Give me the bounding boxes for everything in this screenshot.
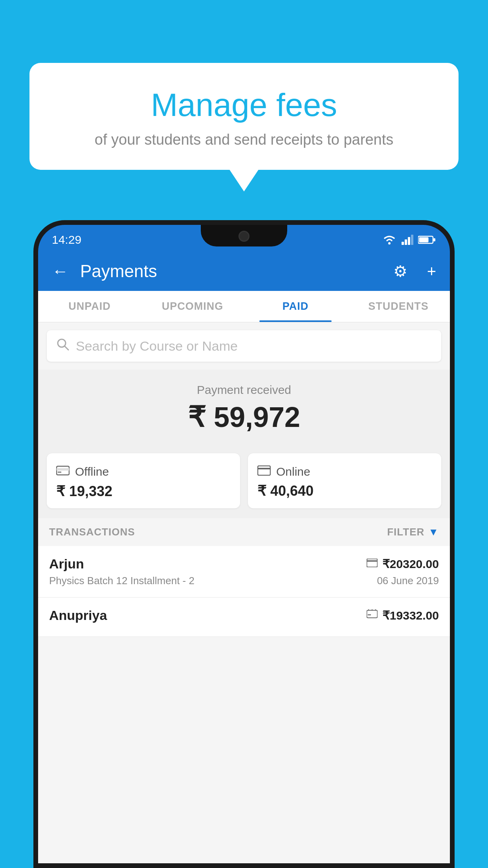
svg-line-9	[64, 346, 68, 350]
online-icon	[257, 464, 271, 479]
online-card-header: Online	[257, 464, 432, 479]
svg-rect-6	[433, 238, 435, 241]
tabs-bar: UNPAID UPCOMING PAID STUDENTS	[38, 291, 450, 322]
transaction-name: Arjun	[49, 556, 84, 572]
online-payment-icon	[367, 558, 378, 570]
transaction-bottom: Physics Batch 12 Installment - 2 06 June…	[49, 575, 439, 587]
svg-rect-7	[419, 237, 429, 243]
svg-rect-2	[405, 239, 407, 245]
svg-rect-1	[402, 242, 404, 245]
phone-screen: UNPAID UPCOMING PAID STUDENTS Search by …	[38, 291, 450, 863]
speech-bubble: Manage fees of your students and send re…	[29, 63, 459, 170]
svg-point-0	[388, 242, 391, 245]
transactions-label: TRANSACTIONS	[49, 526, 135, 538]
transaction-row[interactable]: Arjun ₹20320.00 Physics Batch 12 Install…	[38, 546, 450, 598]
offline-icon	[56, 464, 70, 479]
transaction-name-2: Anupriya	[49, 608, 107, 623]
bubble-subtitle: of your students and send receipts to pa…	[57, 131, 431, 148]
svg-rect-15	[367, 559, 377, 567]
payment-received-amount: ₹ 59,972	[38, 401, 450, 434]
offline-card-header: Offline	[56, 464, 231, 479]
add-button[interactable]: +	[427, 263, 436, 280]
transaction-top: Anupriya ₹19332.00	[49, 608, 439, 623]
page-title: Payments	[80, 261, 374, 281]
offline-payment-card: Offline ₹ 19,332	[47, 453, 240, 508]
app-header: ← Payments ⚙ +	[38, 252, 450, 291]
payment-cards: Offline ₹ 19,332 Online ₹ 40,640	[38, 445, 450, 518]
transaction-amount-2: ₹19332.00	[382, 609, 439, 622]
volume-down-button	[33, 347, 36, 378]
transactions-header: TRANSACTIONS FILTER ▼	[38, 518, 450, 546]
front-camera	[238, 231, 250, 242]
phone-notch	[201, 225, 287, 246]
offline-payment-icon	[367, 609, 378, 622]
tab-upcoming[interactable]: UPCOMING	[141, 291, 244, 322]
svg-rect-4	[411, 235, 413, 245]
wifi-icon	[382, 234, 397, 245]
transaction-row[interactable]: Anupriya ₹19332.00	[38, 598, 450, 637]
svg-rect-13	[258, 466, 270, 475]
transaction-amount-wrapper: ₹20320.00	[367, 557, 439, 571]
search-placeholder: Search by Course or Name	[76, 338, 238, 354]
svg-rect-11	[57, 468, 69, 471]
offline-type-label: Offline	[75, 465, 109, 478]
power-button	[452, 323, 455, 366]
transaction-course: Physics Batch 12 Installment - 2	[49, 575, 194, 587]
volume-up-button	[33, 303, 36, 335]
transaction-amount-wrapper-2: ₹19332.00	[367, 609, 439, 622]
online-amount: ₹ 40,640	[257, 483, 432, 499]
status-time: 14:29	[52, 233, 81, 246]
search-icon	[56, 338, 70, 355]
online-type-label: Online	[276, 465, 310, 478]
transaction-date: 06 June 2019	[377, 575, 439, 587]
svg-rect-3	[408, 237, 410, 245]
offline-amount: ₹ 19,332	[56, 483, 231, 500]
transaction-top: Arjun ₹20320.00	[49, 556, 439, 572]
status-icons	[382, 234, 436, 245]
search-bar[interactable]: Search by Course or Name	[47, 330, 441, 362]
filter-icon: ▼	[428, 526, 439, 538]
payment-received-label: Payment received	[38, 383, 450, 397]
settings-button[interactable]: ⚙	[393, 262, 407, 280]
filter-label: FILTER	[387, 526, 424, 538]
svg-rect-17	[367, 611, 377, 618]
battery-icon	[418, 235, 436, 245]
transaction-amount: ₹20320.00	[382, 557, 439, 571]
bubble-title: Manage fees	[57, 86, 431, 123]
tab-unpaid[interactable]: UNPAID	[38, 291, 141, 322]
signal-icon	[402, 235, 413, 245]
online-payment-card: Online ₹ 40,640	[248, 453, 441, 508]
tab-paid[interactable]: PAID	[244, 291, 347, 322]
back-button[interactable]: ←	[52, 262, 68, 281]
payment-received-section: Payment received ₹ 59,972	[38, 370, 450, 445]
phone-frame: 14:29 ← Pa	[33, 220, 455, 868]
filter-button[interactable]: FILTER ▼	[387, 526, 439, 538]
tab-students[interactable]: STUDENTS	[347, 291, 450, 322]
